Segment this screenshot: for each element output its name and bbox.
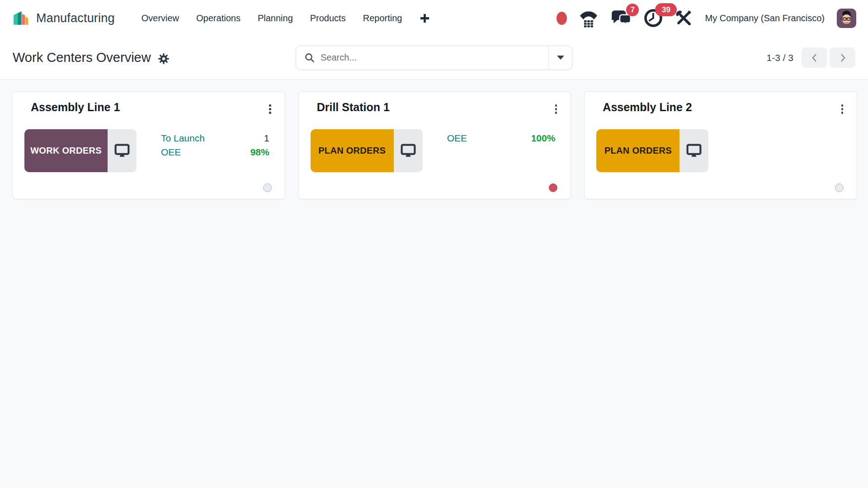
stat-value: 100% bbox=[531, 133, 556, 144]
stat-label[interactable]: OEE bbox=[161, 147, 181, 158]
manufacturing-app-icon bbox=[12, 9, 30, 28]
search-bar bbox=[296, 46, 572, 70]
systray: 7 39 My Company (San Francisco) bbox=[557, 8, 856, 28]
search-input[interactable] bbox=[321, 52, 548, 63]
kebab-icon bbox=[841, 104, 844, 114]
work-center-title: Drill Station 1 bbox=[317, 101, 390, 114]
card-menu-button[interactable] bbox=[839, 101, 846, 117]
stat-label[interactable]: OEE bbox=[447, 133, 467, 144]
monitor-icon bbox=[401, 144, 416, 158]
activities-count-badge: 39 bbox=[655, 3, 677, 16]
shop-floor-screen-button[interactable] bbox=[394, 129, 423, 172]
page-title: Work Centers Overview bbox=[13, 50, 151, 65]
stat-value: 1 bbox=[264, 133, 269, 144]
working-state-indicator[interactable] bbox=[549, 183, 557, 192]
messages-count-badge: 7 bbox=[626, 4, 639, 16]
kebab-icon bbox=[555, 104, 557, 114]
monitor-icon bbox=[114, 144, 130, 158]
work-center-card: Assembly Line 1 WORK ORDERS bbox=[12, 91, 285, 199]
monitor-icon bbox=[686, 144, 702, 158]
work-center-stats: To Launch 1 OEE 98% bbox=[161, 129, 269, 172]
app-name: Manufacturing bbox=[36, 11, 115, 25]
pager: 1-3 / 3 bbox=[766, 47, 855, 68]
voip-phone-button[interactable] bbox=[578, 9, 599, 28]
messages-button[interactable]: 7 bbox=[610, 9, 632, 28]
menu-products[interactable]: Products bbox=[302, 9, 354, 28]
wrench-screwdriver-icon bbox=[675, 9, 693, 27]
activities-button[interactable]: 39 bbox=[643, 8, 663, 28]
user-menu-button[interactable] bbox=[837, 9, 856, 28]
kebab-icon bbox=[269, 104, 271, 114]
work-centers-kanban: Assembly Line 1 WORK ORDERS bbox=[0, 80, 868, 199]
menu-planning[interactable]: Planning bbox=[249, 9, 302, 28]
pager-previous-button[interactable] bbox=[802, 47, 827, 68]
shop-floor-screen-button[interactable] bbox=[108, 129, 137, 172]
work-center-card: Assembly Line 2 PLAN ORDERS bbox=[584, 91, 857, 199]
working-state-indicator[interactable] bbox=[263, 183, 272, 192]
working-state-indicator[interactable] bbox=[835, 183, 844, 192]
caret-down-icon bbox=[557, 56, 564, 60]
chevron-right-icon bbox=[838, 52, 848, 64]
chevron-left-icon bbox=[810, 52, 820, 64]
card-menu-button[interactable] bbox=[552, 101, 560, 117]
plus-icon bbox=[420, 13, 430, 23]
search-filters-toggle[interactable] bbox=[548, 46, 572, 70]
main-menu: Overview Operations Planning Products Re… bbox=[133, 9, 411, 28]
work-center-stats bbox=[733, 129, 841, 172]
shop-floor-screen-button[interactable] bbox=[679, 129, 708, 172]
stat-label[interactable]: To Launch bbox=[161, 133, 205, 144]
card-menu-button[interactable] bbox=[266, 101, 274, 117]
phone-icon bbox=[578, 9, 599, 28]
gear-icon bbox=[158, 53, 170, 65]
search-icon bbox=[304, 52, 315, 63]
stat-value: 98% bbox=[250, 147, 269, 158]
user-avatar bbox=[837, 9, 856, 28]
pager-range: 1-3 / 3 bbox=[766, 52, 793, 63]
app-switcher-button[interactable]: Manufacturing bbox=[12, 9, 115, 28]
control-panel: Work Centers Overview bbox=[0, 36, 868, 80]
new-menu-button[interactable] bbox=[415, 9, 434, 27]
presence-indicator-dot bbox=[557, 12, 567, 25]
top-navbar: Manufacturing Overview Operations Planni… bbox=[0, 0, 868, 36]
pager-next-button[interactable] bbox=[830, 47, 855, 68]
work-orders-button[interactable]: WORK ORDERS bbox=[24, 129, 108, 172]
menu-overview[interactable]: Overview bbox=[133, 9, 188, 28]
view-settings-button[interactable] bbox=[158, 51, 170, 65]
work-center-title: Assembly Line 1 bbox=[31, 101, 120, 114]
menu-operations[interactable]: Operations bbox=[188, 9, 249, 28]
company-switcher[interactable]: My Company (San Francisco) bbox=[704, 11, 826, 25]
work-center-stats: OEE 100% bbox=[447, 129, 556, 172]
plan-orders-button[interactable]: PLAN ORDERS bbox=[596, 129, 679, 172]
menu-reporting[interactable]: Reporting bbox=[354, 9, 411, 28]
work-center-title: Assembly Line 2 bbox=[603, 101, 692, 114]
tools-button[interactable] bbox=[675, 9, 693, 27]
plan-orders-button[interactable]: PLAN ORDERS bbox=[311, 129, 394, 172]
work-center-card: Drill Station 1 PLAN ORDERS bbox=[298, 91, 571, 199]
